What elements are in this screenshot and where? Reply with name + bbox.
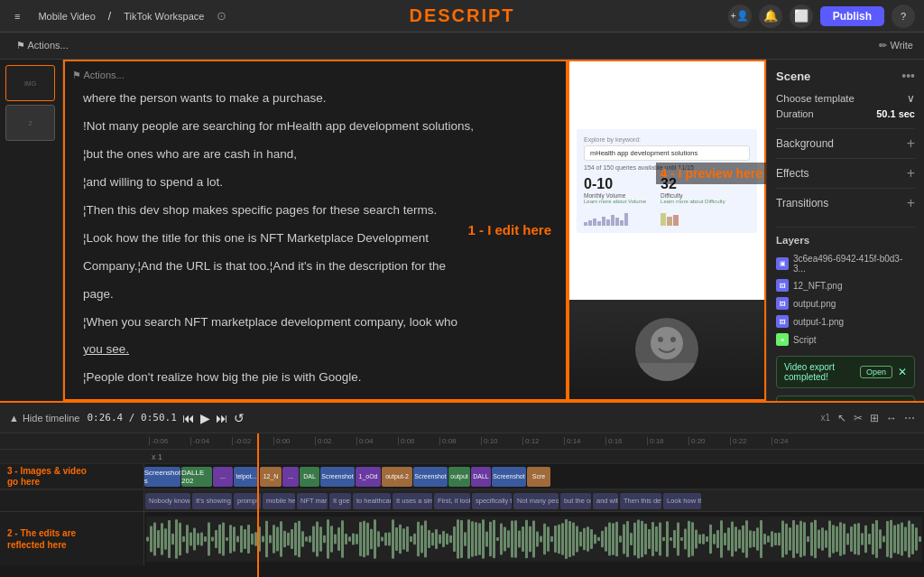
clip-8[interactable]: 1_oOd xyxy=(356,467,381,487)
svg-rect-175 xyxy=(756,527,759,550)
text-seg-3[interactable]: mobile health xyxy=(263,493,295,509)
clip-11[interactable]: output xyxy=(448,467,470,487)
layer-item-2[interactable]: 🖼 output.png xyxy=(776,294,915,312)
actions-button[interactable]: ⚑ Actions... xyxy=(11,38,74,53)
mobile-video-button[interactable]: Mobile Video xyxy=(32,9,100,23)
svg-rect-202 xyxy=(854,524,856,554)
svg-rect-10 xyxy=(161,523,163,555)
layer-item-4[interactable]: ≡ Script xyxy=(776,330,915,349)
text-seg-1[interactable]: It's showing up xyxy=(192,493,232,509)
text-seg-13[interactable]: Then this dev s xyxy=(620,493,661,509)
panel-menu-button[interactable]: ••• xyxy=(901,69,915,83)
clip-7[interactable]: Screenshot xyxy=(320,467,355,487)
add-collaborator-button[interactable]: +👤 xyxy=(728,5,752,28)
workspace-button[interactable]: TikTok Workspace xyxy=(118,9,209,23)
svg-rect-18 xyxy=(189,532,192,545)
skip-back-button[interactable]: ⏮ xyxy=(182,411,195,425)
svg-rect-68 xyxy=(370,528,373,548)
svg-rect-100 xyxy=(485,531,488,546)
skip-forward-button[interactable]: ⏭ xyxy=(216,411,228,425)
zoom-in-button[interactable]: ⊞ xyxy=(870,412,879,424)
svg-rect-31 xyxy=(236,535,239,542)
transitions-plus-button[interactable]: + xyxy=(907,195,915,211)
background-plus-button[interactable]: + xyxy=(907,135,915,152)
svg-rect-192 xyxy=(818,529,820,548)
svg-rect-185 xyxy=(792,519,795,557)
zoom-out-button[interactable]: ↔ xyxy=(886,412,897,424)
loop-button[interactable]: ↺ xyxy=(234,411,245,425)
clip-2[interactable]: ... xyxy=(213,467,233,487)
text-seg-14[interactable]: Look how the tit xyxy=(663,493,701,509)
clip-4[interactable]: 12_N xyxy=(260,467,282,487)
play-button[interactable]: ▶ xyxy=(200,411,210,425)
help-button[interactable]: ? xyxy=(892,5,915,28)
clip-3[interactable]: telpot... xyxy=(234,467,259,487)
thumbnail-2[interactable]: 2 xyxy=(5,105,55,141)
text-seg-6[interactable]: to healthcare t xyxy=(353,493,391,509)
write-button[interactable]: ✏ Write xyxy=(879,40,913,51)
layer-item-1[interactable]: 🖼 12_NFT.png xyxy=(776,276,915,294)
svg-rect-200 xyxy=(846,533,849,544)
clip-1[interactable]: DALLE 202 xyxy=(181,467,212,487)
hide-timeline-button[interactable]: ▲ Hide timeline xyxy=(9,413,79,423)
text-seg-9[interactable]: specifically ter xyxy=(472,493,512,509)
clip-0[interactable]: Screenshot s xyxy=(144,467,180,487)
clip-10[interactable]: Screenshot xyxy=(413,467,448,487)
more-options-button[interactable]: ⋯ xyxy=(904,412,915,424)
clip-5[interactable]: ... xyxy=(282,467,299,487)
svg-rect-195 xyxy=(828,520,831,557)
chevron-down-icon[interactable]: ∨ xyxy=(907,92,915,105)
thumbnail-1[interactable]: IMG xyxy=(5,65,55,101)
layers-header: Layers xyxy=(776,227,915,246)
notification-close-1[interactable]: ✕ xyxy=(898,366,907,378)
svg-rect-107 xyxy=(511,520,513,557)
notifications-button[interactable]: 🔔 xyxy=(759,5,782,28)
layer-item-0[interactable]: ▣ 3c6ea496-6942-415f-b0d3-3... xyxy=(776,251,915,276)
svg-rect-90 xyxy=(449,535,452,542)
clip-9[interactable]: output-2 xyxy=(382,467,412,487)
svg-rect-53 xyxy=(316,521,319,556)
text-seg-0[interactable]: Nobody knows a xyxy=(145,493,190,509)
clip-12[interactable]: DALL xyxy=(471,467,491,487)
notification-text-1: Video export completed! xyxy=(784,362,860,382)
text-seg-5[interactable]: It goe xyxy=(329,493,351,509)
cut-tool-button[interactable]: ✂ xyxy=(854,412,863,424)
svg-rect-98 xyxy=(478,523,481,554)
text-seg-7[interactable]: It uses a simpl xyxy=(393,493,432,509)
editor-area[interactable]: ⚑ Actions... where the person wants to m… xyxy=(63,60,568,401)
notification-open-1[interactable]: Open xyxy=(860,366,892,378)
svg-rect-49 xyxy=(301,531,304,546)
share-button[interactable]: ⬜ xyxy=(790,5,813,28)
audio-content[interactable] xyxy=(144,512,924,565)
svg-rect-50 xyxy=(305,536,308,541)
clip-13[interactable]: Screenshot xyxy=(492,467,526,487)
text-seg-11[interactable]: but the one xyxy=(560,493,591,509)
speed-row: x 1 xyxy=(0,450,924,464)
svg-rect-141 xyxy=(633,522,636,554)
text-seg-12[interactable]: and will xyxy=(593,493,618,509)
menu-button[interactable]: ≡ xyxy=(9,9,25,23)
svg-rect-48 xyxy=(298,520,300,557)
clip-14[interactable]: Scre xyxy=(527,467,550,487)
text-line-6: Company.¦And the URL is that too.¦And it… xyxy=(83,256,548,277)
publish-button[interactable]: Publish xyxy=(820,6,884,26)
svg-rect-211 xyxy=(886,520,889,556)
text-seg-4[interactable]: NFT market xyxy=(297,493,328,509)
svg-rect-125 xyxy=(576,526,578,552)
clip-6[interactable]: DAL xyxy=(300,467,319,487)
svg-rect-165 xyxy=(720,520,723,558)
actions-bar[interactable]: ⚑ Actions... xyxy=(72,67,125,84)
effects-plus-button[interactable]: + xyxy=(907,165,915,181)
text-seg-10[interactable]: Not many people xyxy=(513,493,559,509)
cursor-tool-button[interactable]: ↖ xyxy=(837,412,846,424)
ruler-mark-8: 0:10 xyxy=(481,437,522,445)
layer-item-3[interactable]: 🖼 output-1.png xyxy=(776,312,915,330)
text-track-content[interactable]: Nobody knows a It's showing up prompt e … xyxy=(144,490,924,511)
text-seg-2[interactable]: prompt e xyxy=(234,493,261,509)
svg-rect-17 xyxy=(186,525,189,554)
svg-rect-173 xyxy=(749,530,752,548)
svg-rect-169 xyxy=(735,526,737,551)
images-track-content[interactable]: Screenshot s DALLE 202 ... telpot... 12_… xyxy=(144,464,924,489)
text-seg-8[interactable]: First, it looks f xyxy=(434,493,470,509)
app-title: DESCRIPT xyxy=(409,5,514,26)
